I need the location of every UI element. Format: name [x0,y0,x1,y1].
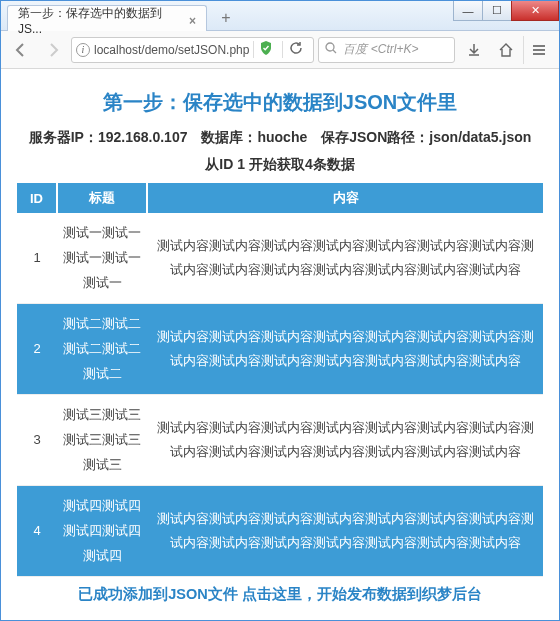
header-id: ID [17,183,57,213]
page-title: 第一步：保存选中的数据到JSON文件里 [17,89,543,116]
reload-button[interactable] [282,41,309,58]
header-title: 标题 [57,183,147,213]
cell-title: 测试二测试二测试二测试二测试二 [57,304,147,395]
home-button[interactable] [491,36,521,64]
svg-line-1 [333,50,336,53]
arrow-left-icon [13,42,29,58]
footer-link[interactable]: 已成功添加到JSON文件 点击这里，开始发布数据到织梦后台 [17,585,543,604]
forward-button[interactable] [39,36,67,64]
new-tab-button[interactable]: + [213,6,239,30]
arrow-right-icon [45,42,61,58]
cell-content: 测试内容测试内容测试内容测试内容测试内容测试内容测试内容测试内容测试内容测试内容… [147,395,543,486]
cell-id: 1 [17,213,57,304]
tabstrip: 第一步：保存选中的数据到JS... × + [1,1,239,30]
server-info: 服务器IP：192.168.0.107 数据库：huoche 保存JSON路径：… [17,124,543,177]
url-text: localhost/demo/setJSON.php [94,43,249,57]
maximize-button[interactable]: ☐ [482,1,512,21]
browser-window: 第一步：保存选中的数据到JS... × + — ☐ ✕ i localhost/… [0,0,560,621]
back-button[interactable] [7,36,35,64]
cell-content: 测试内容测试内容测试内容测试内容测试内容测试内容测试内容测试内容测试内容测试内容… [147,213,543,304]
tab-title: 第一步：保存选中的数据到JS... [18,5,183,36]
table-row: 1测试一测试一测试一测试一测试一测试内容测试内容测试内容测试内容测试内容测试内容… [17,213,543,304]
svg-point-0 [326,43,334,51]
search-box[interactable]: 百度 <Ctrl+K> [318,37,455,63]
address-bar[interactable]: i localhost/demo/setJSON.php [71,37,314,63]
info-icon[interactable]: i [76,43,90,57]
cell-id: 2 [17,304,57,395]
navigation-toolbar: i localhost/demo/setJSON.php 百度 <Ctrl+K> [1,31,559,69]
cell-title: 测试四测试四测试四测试四测试四 [57,486,147,577]
table-header-row: ID 标题 内容 [17,183,543,213]
menu-button[interactable] [523,36,553,64]
cell-title: 测试三测试三测试三测试三测试三 [57,395,147,486]
cell-content: 测试内容测试内容测试内容测试内容测试内容测试内容测试内容测试内容测试内容测试内容… [147,486,543,577]
data-table: ID 标题 内容 1测试一测试一测试一测试一测试一测试内容测试内容测试内容测试内… [17,183,543,577]
cell-title: 测试一测试一测试一测试一测试一 [57,213,147,304]
cell-id: 4 [17,486,57,577]
table-row: 2测试二测试二测试二测试二测试二测试内容测试内容测试内容测试内容测试内容测试内容… [17,304,543,395]
table-row: 4测试四测试四测试四测试四测试四测试内容测试内容测试内容测试内容测试内容测试内容… [17,486,543,577]
minimize-button[interactable]: — [453,1,483,21]
tab-close-icon[interactable]: × [189,14,196,28]
cell-content: 测试内容测试内容测试内容测试内容测试内容测试内容测试内容测试内容测试内容测试内容… [147,304,543,395]
shield-icon[interactable] [253,41,278,58]
table-row: 3测试三测试三测试三测试三测试三测试内容测试内容测试内容测试内容测试内容测试内容… [17,395,543,486]
cell-id: 3 [17,395,57,486]
titlebar: 第一步：保存选中的数据到JS... × + — ☐ ✕ [1,1,559,31]
downloads-button[interactable] [459,36,489,64]
toolbar-right [459,36,553,64]
search-placeholder: 百度 <Ctrl+K> [343,41,418,58]
window-controls: — ☐ ✕ [454,1,559,21]
close-button[interactable]: ✕ [511,1,559,21]
search-icon [325,42,337,57]
header-content: 内容 [147,183,543,213]
page-content: 第一步：保存选中的数据到JSON文件里 服务器IP：192.168.0.107 … [1,69,559,620]
browser-tab[interactable]: 第一步：保存选中的数据到JS... × [7,5,207,31]
